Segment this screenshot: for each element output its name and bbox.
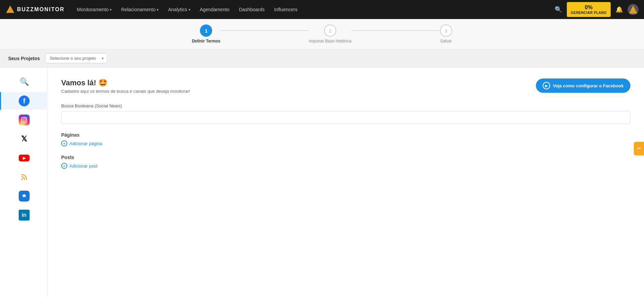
linkedin-icon: in: [19, 210, 30, 221]
content-header: Vamos lá! 🤩 Cadastre aqui os termos de b…: [61, 78, 630, 94]
add-post-button[interactable]: + Adicionar post: [61, 163, 630, 169]
step-1: 1 Definir Termos: [192, 24, 220, 43]
right-side-tab[interactable]: 1: [634, 142, 644, 155]
boolean-section-label: Busca Booleana (Social News): [61, 103, 630, 108]
x-icon: 𝕏: [19, 134, 30, 144]
step-1-circle: 1: [200, 24, 212, 37]
youtube-icon: ▶: [19, 155, 30, 161]
instagram-icon: [19, 115, 30, 125]
nav-agendamento[interactable]: Agendamento: [196, 4, 234, 15]
content-heading: Vamos lá! 🤩 Cadastre aqui os termos de b…: [61, 78, 190, 94]
step-2-label: Importar Base Histórica: [309, 39, 351, 43]
pages-section-label: Páginas: [61, 132, 630, 138]
project-selector-wrapper: Selecione o seu projeto: [45, 53, 107, 63]
nav-monitoramento[interactable]: Monitoramento ▾: [73, 4, 116, 15]
step-line-2: [352, 30, 440, 31]
step-1-label: Definir Termos: [192, 39, 220, 43]
add-post-plus-icon: +: [61, 163, 67, 169]
manage-plan-button[interactable]: 0% GERENCIAR PLANO: [567, 2, 611, 17]
sidebar-item-rss[interactable]: [0, 168, 47, 186]
add-page-plus-icon: +: [61, 140, 67, 146]
main-menu: Monitoramento ▾ Relacionamento ▾ Analyti…: [73, 4, 553, 15]
sidebar-item-app-store[interactable]: [0, 187, 47, 205]
avatar-icon: [628, 4, 639, 15]
step-3: 3 Salvar: [440, 24, 452, 43]
step-3-label: Salvar: [440, 39, 452, 43]
user-avatar[interactable]: [628, 4, 639, 15]
plan-label: GERENCIAR PLANO: [571, 11, 607, 15]
step-2: 2 Importar Base Histórica: [309, 24, 351, 43]
nav-influencers[interactable]: Influencers: [270, 4, 301, 15]
main-layout: 🔍 f 𝕏 ▶: [0, 68, 644, 297]
brand-name: BUZZMONITOR: [17, 6, 65, 13]
boolean-search-section: Busca Booleana (Social News): [61, 103, 630, 124]
page-title: Vamos lá! 🤩: [61, 78, 190, 87]
sidebar-item-youtube[interactable]: ▶: [0, 149, 47, 167]
svg-point-8: [21, 178, 23, 180]
posts-section-label: Posts: [61, 155, 630, 160]
stepper: 1 Definir Termos 2 Importar Base Históri…: [0, 19, 644, 49]
pages-section: Páginas + Adicionar página: [61, 132, 630, 146]
boolean-search-input[interactable]: [61, 111, 630, 124]
step-2-circle: 2: [324, 24, 336, 37]
svg-rect-5: [22, 118, 27, 123]
nav-right-actions: 🔍 0% GERENCIAR PLANO 🔔: [553, 2, 639, 17]
facebook-config-button[interactable]: ▶ Veja como configurar o Facebook: [536, 78, 630, 93]
nav-analytics[interactable]: Analytics ▾: [164, 4, 194, 15]
svg-marker-1: [7, 7, 14, 12]
project-bar: Seus Projetos Selecione o seu projeto: [0, 49, 644, 68]
nav-dashboards[interactable]: Dashboards: [235, 4, 269, 15]
sidebar-item-twitter-x[interactable]: 𝕏: [0, 130, 47, 148]
add-page-label: Adicionar página: [69, 141, 102, 146]
step-3-circle: 3: [440, 24, 452, 37]
svg-point-6: [23, 119, 26, 121]
svg-point-7: [25, 118, 26, 119]
page-subtitle: Cadastre aqui os termos de busca e canai…: [61, 89, 190, 94]
step-line-1: [220, 30, 309, 31]
nav-relacionamento[interactable]: Relacionamento ▾: [117, 4, 163, 15]
sidebar-item-facebook[interactable]: f: [0, 92, 47, 110]
brand-logo[interactable]: BUZZMONITOR: [5, 5, 65, 14]
search-icon[interactable]: 🔍: [553, 4, 564, 15]
sidebar-item-linkedin[interactable]: in: [0, 206, 47, 224]
sidebar-item-search[interactable]: 🔍: [0, 73, 47, 91]
notifications-bell-icon[interactable]: 🔔: [613, 4, 625, 15]
rss-icon: [19, 172, 30, 182]
main-content: Vamos lá! 🤩 Cadastre aqui os termos de b…: [48, 68, 644, 297]
posts-section: Posts + Adicionar post: [61, 155, 630, 169]
add-post-label: Adicionar post: [69, 163, 97, 169]
chevron-down-icon: ▾: [189, 8, 190, 12]
search-icon: 🔍: [19, 76, 30, 87]
facebook-icon: f: [19, 95, 30, 106]
plan-percent: 0%: [585, 4, 593, 11]
sidebar-item-instagram[interactable]: [0, 111, 47, 129]
play-icon: ▶: [543, 82, 550, 89]
facebook-button-label: Veja como configurar o Facebook: [553, 83, 624, 88]
project-bar-label: Seus Projetos: [8, 56, 40, 61]
project-select[interactable]: Selecione o seu projeto: [45, 53, 107, 63]
left-sidebar: 🔍 f 𝕏 ▶: [0, 68, 48, 297]
chevron-down-icon: ▾: [110, 8, 112, 12]
chevron-down-icon: ▾: [157, 8, 158, 12]
svg-point-4: [632, 7, 634, 10]
app-store-icon: [19, 191, 30, 202]
logo-icon: [5, 5, 15, 14]
add-page-button[interactable]: + Adicionar página: [61, 140, 630, 146]
top-navigation: BUZZMONITOR Monitoramento ▾ Relacionamen…: [0, 0, 644, 19]
